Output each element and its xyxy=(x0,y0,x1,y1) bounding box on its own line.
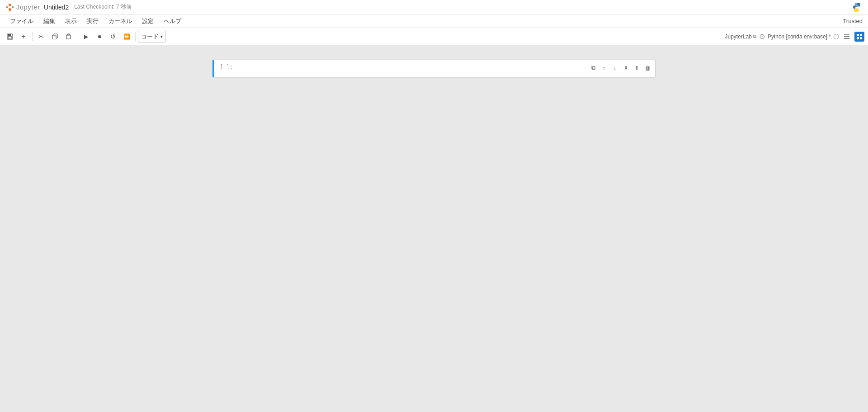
menu-items: ファイル 編集 表示 実行 カーネル 設定 ヘルプ xyxy=(5,15,186,27)
trusted-label: Trusted xyxy=(843,18,863,24)
cell-to-code-button[interactable]: ⬇ xyxy=(621,63,631,73)
save-button[interactable] xyxy=(4,31,16,43)
toolbar: + ✂ ▶ ■ ↺ xyxy=(0,28,868,45)
copy-button[interactable] xyxy=(48,31,61,43)
fast-forward-icon: ⏩ xyxy=(123,33,130,40)
paste-button[interactable] xyxy=(62,31,75,43)
kernel-indicator: Python [conda env:base] * xyxy=(768,33,831,40)
title-bar: Jupyter Untitled2 Last Checkpoint: 7 秒前 xyxy=(0,0,868,14)
cell-input-area[interactable] xyxy=(241,60,585,77)
restart-button[interactable]: ↺ xyxy=(107,31,119,43)
grid-icon xyxy=(856,33,863,40)
menu-run[interactable]: 実行 xyxy=(82,15,103,27)
svg-point-0 xyxy=(9,3,11,6)
cell-actions: ⧉ ↑ ↓ ⬇ ⬆ 🗑 xyxy=(585,60,655,76)
separator-3 xyxy=(135,32,136,41)
stop-icon: ■ xyxy=(98,33,101,40)
cut-icon: ✂ xyxy=(38,33,44,40)
jupyterlab-link[interactable]: JupyterLab ⧉ xyxy=(725,33,756,40)
jupyter-brand-text: Jupyter xyxy=(16,4,40,11)
jupyterlab-text: JupyterLab xyxy=(725,33,752,40)
svg-rect-16 xyxy=(857,37,859,39)
list-view-icon[interactable] xyxy=(842,32,852,42)
main-content: [ ]: ⧉ ↑ ↓ ⬇ ⬆ 🗑 xyxy=(0,45,868,412)
stop-button[interactable]: ■ xyxy=(93,31,106,43)
run-button[interactable]: ▶ xyxy=(80,31,92,43)
chevron-down-icon: ▾ xyxy=(160,34,163,39)
svg-rect-15 xyxy=(860,34,862,36)
title-bar-right xyxy=(852,2,863,13)
separator-1 xyxy=(32,32,33,41)
fast-forward-button[interactable]: ⏩ xyxy=(120,31,133,43)
svg-point-3 xyxy=(12,6,14,8)
menu-kernel[interactable]: カーネル xyxy=(104,15,137,27)
list-icon xyxy=(844,33,850,40)
toolbar-right: JupyterLab ⧉ ⊙ Python [conda env:base] * xyxy=(725,32,864,42)
external-link-icon: ⧉ xyxy=(753,34,756,39)
cell-prompt-text: [ ]: xyxy=(220,64,233,70)
kernel-status-dot: ⊙ xyxy=(759,32,765,41)
cell-copy-button[interactable]: ⧉ xyxy=(588,63,598,73)
toolbar-left: + ✂ ▶ ■ ↺ xyxy=(4,31,166,43)
restart-icon: ↺ xyxy=(110,33,116,40)
cell-type-label: コード xyxy=(141,33,159,41)
title-bar-left: Jupyter Untitled2 Last Checkpoint: 7 秒前 xyxy=(5,3,132,12)
cell-prompt: [ ]: xyxy=(214,60,241,74)
cell-wrapper: [ ]: ⧉ ↑ ↓ ⬇ ⬆ 🗑 xyxy=(212,60,656,77)
cell-move-up-button[interactable]: ↑ xyxy=(599,63,609,73)
grid-view-icon[interactable] xyxy=(854,32,864,42)
kernel-text: Python [conda env:base] * xyxy=(768,33,831,40)
svg-rect-14 xyxy=(857,34,859,36)
jupyter-logo: Jupyter xyxy=(5,3,40,12)
kernel-idle-circle xyxy=(834,34,839,39)
svg-rect-5 xyxy=(8,34,11,36)
separator-2 xyxy=(77,32,77,41)
cell-insert-above-button[interactable]: ⬆ xyxy=(632,63,642,73)
cut-button[interactable]: ✂ xyxy=(35,31,47,43)
svg-rect-6 xyxy=(8,37,12,39)
svg-rect-8 xyxy=(52,35,56,39)
menu-bar: ファイル 編集 表示 実行 カーネル 設定 ヘルプ Trusted xyxy=(0,14,868,28)
cell-delete-button[interactable]: 🗑 xyxy=(642,63,652,73)
copy-icon xyxy=(52,33,58,39)
menu-help[interactable]: ヘルプ xyxy=(159,15,186,27)
notebook-container: [ ]: ⧉ ↑ ↓ ⬇ ⬆ 🗑 xyxy=(212,54,656,403)
menu-settings[interactable]: 設定 xyxy=(137,15,158,27)
cell-move-down-button[interactable]: ↓ xyxy=(610,63,620,73)
save-icon xyxy=(7,33,13,40)
notebook-title[interactable]: Untitled2 xyxy=(44,4,69,11)
svg-point-1 xyxy=(9,8,11,10)
python-logo-icon xyxy=(852,2,863,13)
svg-rect-17 xyxy=(860,37,862,39)
code-cell: [ ]: ⧉ ↑ ↓ ⬇ ⬆ 🗑 xyxy=(214,60,656,77)
run-icon: ▶ xyxy=(84,33,88,40)
cell-type-select[interactable]: コード ▾ xyxy=(138,31,166,43)
paste-icon xyxy=(66,33,71,39)
checkpoint-text: Last Checkpoint: 7 秒前 xyxy=(74,3,132,11)
menu-view[interactable]: 表示 xyxy=(61,15,81,27)
svg-point-2 xyxy=(6,6,8,8)
jupyter-logo-icon xyxy=(5,3,14,12)
menu-file[interactable]: ファイル xyxy=(5,15,38,27)
plus-icon: + xyxy=(21,33,25,41)
cell-code-input[interactable] xyxy=(243,63,584,73)
add-cell-button[interactable]: + xyxy=(17,31,30,43)
menu-edit[interactable]: 編集 xyxy=(39,15,60,27)
